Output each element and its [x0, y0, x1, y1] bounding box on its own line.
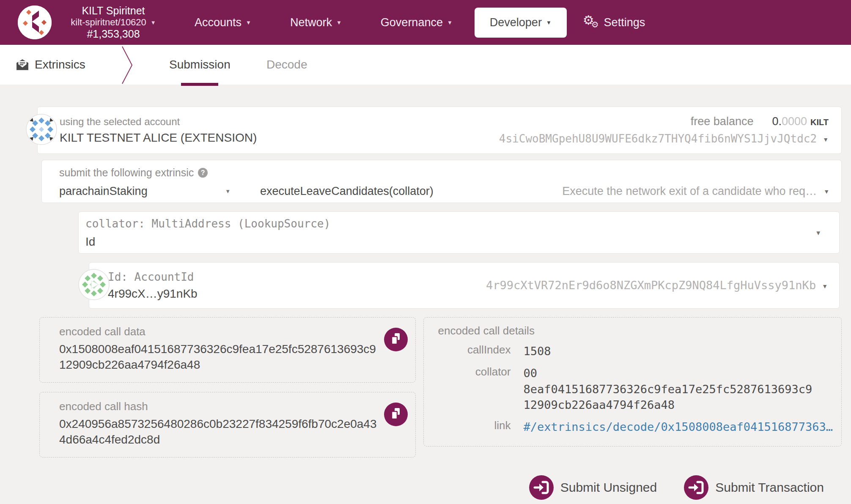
submit-transaction-label: Submit Transaction	[715, 480, 824, 495]
account-name: KILT TESTNET ALICE (EXTENSION)	[60, 131, 257, 145]
extrinsics-page: using the selected account KILT TESTNET …	[0, 85, 851, 500]
nav-network[interactable]: Network▼	[290, 16, 342, 29]
nav-settings[interactable]: ⚙⚙Settings	[583, 16, 645, 29]
kilt-logo[interactable]	[18, 5, 52, 39]
section-title-label: Extrinsics	[35, 58, 85, 71]
help-icon[interactable]: ?	[198, 168, 208, 178]
pallet-select[interactable]: parachainStaking ▼	[59, 185, 231, 198]
submit-unsigned-button[interactable]: Submit Unsigned	[529, 475, 657, 500]
chevron-down-icon: ▼	[824, 188, 829, 195]
collator-address-dropdown[interactable]: 4r99cXtVR72nEr9d6o8NZGXmPKcpZ9NQ84LfgHuV…	[486, 279, 839, 292]
top-nav-bar: KILT Spiritnet kilt-spiritnet/10620▼ #1,…	[0, 0, 851, 45]
encoded-call-data-box: encoded call data 0x1508008eaf0415168773…	[39, 317, 416, 383]
copy-icon	[384, 403, 408, 426]
detail-key: collator	[438, 365, 511, 378]
detail-value-collator: 00 8eaf04151687736326c9fea17e25fc5287613…	[524, 365, 833, 413]
chevron-down-icon: ▼	[546, 19, 552, 26]
balance-unit: KILT	[810, 118, 829, 127]
detail-row-collator: collator 00 8eaf04151687736326c9fea17e25…	[438, 365, 833, 413]
account-address: 4siCwoBMGpehU8U9WUFE6dkz7THYQ4fib6nWYS1J…	[499, 132, 817, 145]
collator-param-card: collator: MultiAddress (LookupSource) Id…	[78, 211, 840, 254]
free-balance-label: free balance	[691, 115, 754, 128]
kilt-logo-icon	[18, 5, 52, 39]
account-address-dropdown[interactable]: 4siCwoBMGpehU8U9WUFE6dkz7THYQ4fib6nWYS1J…	[499, 132, 829, 145]
collator-param-label: collator: MultiAddress (LookupSource)	[85, 217, 839, 230]
extrinsic-section-label: submit the following extrinsic	[59, 167, 194, 179]
encoded-call-hash-box: encoded call hash 0x240956a8573256480286…	[39, 392, 416, 457]
account-section-label: using the selected account	[60, 116, 257, 128]
detail-row-link: link #/extrinsics/decode/0x1508008eaf041…	[438, 419, 833, 435]
detail-key: link	[438, 419, 511, 432]
free-balance: free balance0.0000KILT	[499, 115, 829, 128]
account-card: using the selected account KILT TESTNET …	[37, 107, 842, 154]
call-data-value: 0x1508008eaf04151687736326c9fea17e25fc52…	[59, 342, 405, 373]
gears-icon: ⚙⚙	[583, 20, 599, 25]
detail-row-callindex: callIndex 1508	[438, 343, 833, 359]
tab-bar: Extrinsics Submission Decode	[0, 45, 851, 85]
chain-selector[interactable]: KILT Spiritnet kilt-spiritnet/10620▼ #1,…	[58, 5, 168, 41]
nav-governance[interactable]: Governance▼	[381, 16, 453, 29]
breadcrumb-chevron	[121, 46, 134, 85]
call-hash-label: encoded call hash	[59, 400, 405, 413]
sign-in-icon	[684, 475, 708, 500]
copy-icon	[384, 328, 408, 351]
block-number: #1,353,308	[58, 28, 168, 41]
call-details-label: encoded call details	[438, 324, 833, 337]
chevron-down-icon: ▼	[823, 136, 829, 143]
balance-integer: 0.	[772, 115, 782, 128]
decode-link[interactable]: #/extrinsics/decode/0x1508008eaf04151687…	[524, 419, 833, 435]
tab-submission[interactable]: Submission	[169, 45, 231, 85]
call-data-label: encoded call data	[59, 325, 405, 338]
chevron-down-icon: ▼	[822, 283, 828, 290]
account-identicon[interactable]	[26, 114, 57, 147]
pallet-value: parachainStaking	[59, 185, 148, 198]
chevron-down-icon: ▼	[246, 19, 251, 26]
extrinsic-card: submit the following extrinsic ? paracha…	[41, 160, 842, 203]
tab-decode[interactable]: Decode	[266, 45, 307, 85]
chain-name: KILT Spiritnet	[58, 5, 168, 17]
actions-bar: Submit Unsigned Submit Transaction	[0, 475, 824, 500]
collator-address: 4r99cXtVR72nEr9d6o8NZGXmPKcpZ9NQ84LfgHuV…	[486, 279, 816, 292]
copy-call-data-button[interactable]	[384, 328, 408, 351]
collator-type-select[interactable]: ▼	[815, 229, 821, 236]
nav-accounts[interactable]: Accounts▼	[195, 16, 251, 29]
balance-fraction: 0000	[782, 115, 807, 128]
id-param-label: Id: AccountId	[108, 271, 198, 283]
method-select[interactable]: Execute the network exit of a candidate …	[562, 185, 829, 198]
chevron-down-icon: ▼	[447, 19, 453, 26]
nav-developer[interactable]: Developer▼	[475, 8, 567, 38]
section-extrinsics: Extrinsics	[16, 45, 85, 85]
submit-unsigned-label: Submit Unsigned	[560, 480, 657, 495]
method-description: Execute the network exit of a candidate …	[562, 185, 817, 198]
encoded-call-details-box: encoded call details callIndex 1508 coll…	[423, 317, 842, 446]
collator-identicon[interactable]	[78, 269, 110, 302]
method-value: executeLeaveCandidates(collator)	[260, 185, 434, 198]
submit-transaction-button[interactable]: Submit Transaction	[684, 475, 824, 500]
account-id-param-card: Id: AccountId 4r99cX…y91nKb 4r99cXtVR72n…	[89, 262, 840, 309]
main-nav: Accounts▼ Network▼ Governance▼ Developer…	[168, 8, 645, 38]
detail-key: callIndex	[438, 343, 511, 356]
chevron-down-icon: ▼	[151, 19, 156, 26]
copy-call-hash-button[interactable]	[384, 403, 408, 426]
call-hash-value: 0x240956a8573256480286c0b23227f834259f6f…	[59, 416, 405, 448]
chevron-down-icon: ▼	[336, 19, 342, 26]
envelope-open-icon	[16, 59, 29, 71]
chevron-down-icon: ▼	[225, 188, 231, 194]
detail-value-callindex: 1508	[524, 343, 551, 359]
chain-spec: kilt-spiritnet/10620▼	[58, 17, 168, 28]
sign-in-icon	[529, 475, 554, 500]
id-short-address: 4r99cX…y91nKb	[108, 287, 198, 301]
collator-param-value: Id	[85, 235, 839, 249]
